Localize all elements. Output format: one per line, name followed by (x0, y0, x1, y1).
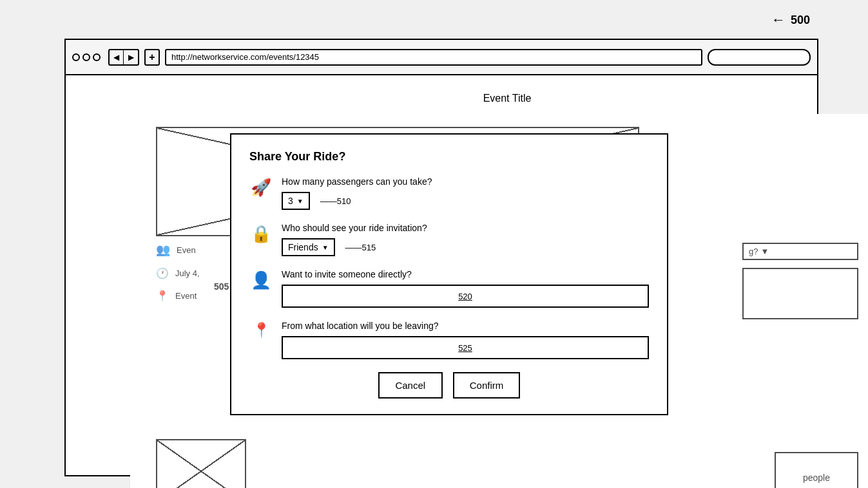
ref-515: ——515 (345, 243, 376, 252)
passengers-content: How many passengers can you take? 3 ▼ ——… (282, 176, 649, 210)
location-content: From what location will you be leaving? … (282, 321, 649, 359)
visibility-content: Who should see your ride invitation? Fri… (282, 223, 649, 256)
location-row: 📍 From what location will you be leaving… (249, 321, 649, 359)
rocket-icon: 🚀 (249, 178, 273, 198)
browser-traffic-lights (72, 53, 101, 61)
passengers-dropdown-arrow: ▼ (297, 198, 304, 205)
browser-nav-buttons: ◀ ▶ (108, 49, 139, 66)
passengers-label: How many passengers can you take? (282, 176, 649, 187)
passengers-select[interactable]: 3 ▼ (282, 192, 310, 210)
browser-toolbar: ◀ ▶ + http://networkservice.com/events/1… (66, 40, 817, 75)
direct-invite-input[interactable]: 520 (282, 285, 649, 308)
direct-invite-row: 👤 Want to invite someone directly? 520 (249, 269, 649, 308)
browser-window: ◀ ▶ + http://networkservice.com/events/1… (64, 39, 818, 476)
forward-button[interactable]: ▶ (124, 50, 138, 64)
maximize-dot (93, 53, 101, 61)
share-ride-modal: Share Your Ride? 🚀 How many passengers c… (230, 133, 668, 415)
confirm-button[interactable]: Confirm (453, 372, 521, 399)
browser-page-title: Event Title (130, 84, 868, 104)
cancel-button[interactable]: Cancel (378, 372, 443, 399)
location-input[interactable]: 525 (282, 336, 649, 359)
ref-number-500: 500 (791, 14, 810, 27)
person-add-icon: 👤 (249, 270, 273, 290)
browser-search-box[interactable] (708, 49, 811, 66)
passengers-row: 🚀 How many passengers can you take? 3 ▼ … (249, 176, 649, 210)
arrow-icon: ← (771, 12, 786, 28)
ref-525-label: 525 (458, 343, 472, 353)
page-title-text: Event Title (483, 93, 532, 104)
map-pin-icon: 📍 (249, 322, 273, 339)
lock-icon: 🔒 (249, 224, 273, 244)
visibility-label: Who should see your ride invitation? (282, 223, 649, 233)
back-button[interactable]: ◀ (110, 50, 124, 64)
visibility-value: Friends (288, 242, 318, 252)
url-bar[interactable]: http://networkservice.com/events/12345 (165, 49, 702, 66)
visibility-dropdown-arrow: ▼ (322, 244, 329, 251)
reference-500: ← 500 (771, 12, 810, 28)
url-text: http://networkservice.com/events/12345 (171, 52, 319, 62)
ref-510: ——510 (320, 196, 351, 206)
direct-invite-content: Want to invite someone directly? 520 (282, 269, 649, 308)
close-dot (72, 53, 80, 61)
passengers-value: 3 (288, 196, 293, 206)
new-tab-button[interactable]: + (144, 49, 160, 66)
visibility-row: 🔒 Who should see your ride invitation? F… (249, 223, 649, 256)
visibility-select[interactable]: Friends ▼ (282, 238, 335, 256)
page-content-area: 👥 Even 🕐 July 4, 📍 Event 505 g? (130, 114, 868, 488)
location-label: From what location will you be leaving? (282, 321, 649, 331)
ref-520-label: 520 (458, 292, 472, 301)
modal-title: Share Your Ride? (249, 150, 649, 164)
direct-invite-label: Want to invite someone directly? (282, 269, 649, 279)
minimize-dot (82, 53, 90, 61)
modal-buttons: Cancel Confirm (249, 372, 649, 399)
